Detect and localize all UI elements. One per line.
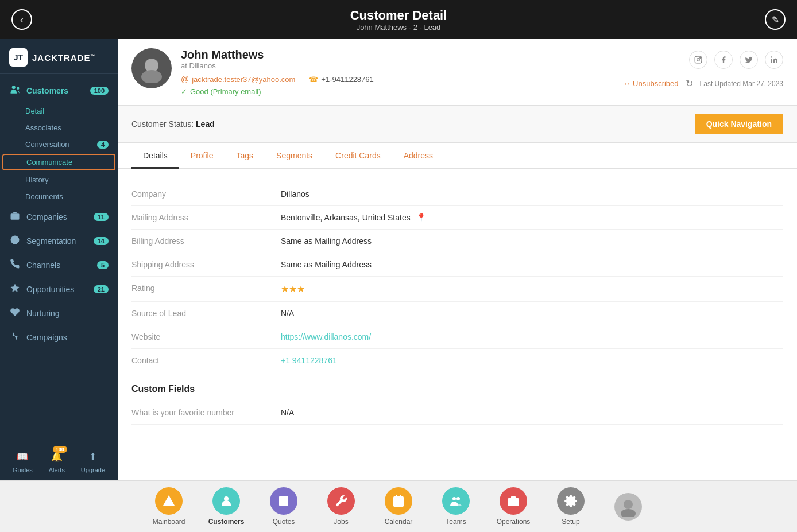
mailing-label: Mailing Address — [131, 213, 281, 222]
page-header: Customer Detail John Matthews - 2 - Lead — [350, 8, 447, 32]
nav-user-avatar[interactable] — [599, 488, 657, 525]
sidebar-item-nurturing[interactable]: Nurturing — [0, 301, 118, 325]
tab-credit-cards[interactable]: Credit Cards — [324, 143, 392, 169]
quick-navigation-button[interactable]: Quick Navigation — [695, 114, 783, 134]
segmentation-badge: 14 — [94, 237, 109, 245]
svg-point-1 — [17, 87, 20, 90]
company-label: Company — [131, 189, 281, 199]
sidebar-item-opportunities[interactable]: Opportunities 21 — [0, 277, 118, 301]
billing-value: Same as Mailing Address — [281, 236, 783, 246]
guides-label: Guides — [13, 467, 33, 473]
unsubscribed-badge[interactable]: ↔ Unsubscribed — [623, 79, 679, 88]
twitter-icon[interactable] — [740, 51, 758, 69]
customer-info: John Matthews at Dillanos @ jacktrade.te… — [181, 48, 614, 96]
sidebar-item-communicate[interactable]: Communicate — [2, 154, 115, 170]
detail-row-billing: Billing Address Same as Mailing Address — [131, 230, 783, 253]
nav-teams[interactable]: Teams — [427, 483, 485, 530]
nav-setup[interactable]: Setup — [542, 483, 599, 530]
svg-rect-19 — [279, 496, 288, 506]
linkedin-icon[interactable] — [765, 51, 783, 69]
svg-rect-28 — [508, 498, 519, 506]
detail-row-company: Company Dillanos — [131, 182, 783, 206]
favorite-number-value: N/A — [281, 408, 783, 417]
tab-segments[interactable]: Segments — [265, 143, 324, 169]
opportunities-badge: 21 — [94, 285, 109, 293]
quotes-label: Quotes — [273, 518, 295, 526]
email-item: @ jacktrade.tester37@yahoo.com — [181, 75, 295, 84]
companies-badge: 11 — [94, 213, 109, 221]
tab-tags[interactable]: Tags — [225, 143, 265, 169]
company-value: Dillanos — [281, 189, 783, 199]
phone-icon: ☎ — [309, 75, 318, 84]
sidebar-nav: Customers 100 Detail Associates Conversa… — [0, 74, 118, 441]
page-subtitle: John Matthews - 2 - Lead — [350, 23, 447, 32]
page-title: Customer Detail — [350, 8, 447, 23]
sidebar: JT JACKTRADE™ Customers 100 Detail Assoc… — [0, 39, 118, 480]
setup-label: Setup — [562, 518, 579, 526]
alerts-button[interactable]: 🔔 100 Alerts — [49, 448, 65, 473]
website-link[interactable]: https://www.dillanos.com/ — [281, 332, 371, 341]
nav-customers[interactable]: Customers — [198, 483, 255, 530]
rating-value: ★★★ — [281, 284, 783, 294]
guides-button[interactable]: 📖 Guides — [13, 448, 33, 473]
tab-address[interactable]: Address — [392, 143, 444, 169]
sidebar-logo: JT JACKTRADE™ — [0, 39, 118, 74]
sidebar-item-customers[interactable]: Customers 100 — [0, 79, 118, 103]
tab-details[interactable]: Details — [131, 143, 179, 169]
mailing-address-text: Bentonville, Arkansas, United States — [281, 213, 411, 222]
svg-point-30 — [624, 500, 633, 509]
sidebar-item-conversation[interactable]: Conversation 4 — [0, 136, 118, 153]
phone-item: ☎ +1-9411228761 — [309, 75, 373, 84]
nav-calendar[interactable]: Calendar — [370, 483, 427, 530]
svg-point-26 — [452, 497, 456, 500]
operations-icon — [500, 487, 527, 515]
sidebar-item-channels[interactable]: Channels 5 — [0, 253, 118, 277]
facebook-icon[interactable] — [714, 51, 733, 69]
svg-marker-17 — [163, 495, 175, 506]
refresh-icon[interactable]: ↻ — [686, 78, 693, 89]
mainboard-icon — [155, 487, 183, 515]
bottom-nav: Mainboard Customers Quotes Jobs Calendar… — [0, 480, 797, 532]
svg-rect-22 — [393, 496, 404, 507]
website-label: Website — [131, 332, 281, 341]
sidebar-item-segmentation[interactable]: Segmentation 14 — [0, 229, 118, 253]
customer-phone: +1-9411228761 — [321, 75, 373, 84]
status-label: Customer Status: — [131, 119, 194, 129]
sidebar-item-campaigns[interactable]: Campaigns — [0, 325, 118, 350]
campaigns-label: Campaigns — [26, 333, 67, 342]
svg-rect-2 — [11, 213, 20, 220]
svg-rect-12 — [695, 56, 702, 63]
sidebar-item-companies[interactable]: Companies 11 — [0, 205, 118, 229]
instagram-icon[interactable] — [689, 51, 707, 69]
nav-jobs[interactable]: Jobs — [312, 483, 370, 530]
tab-profile[interactable]: Profile — [179, 143, 225, 169]
sidebar-item-documents[interactable]: Documents — [0, 188, 118, 205]
channels-icon — [9, 259, 21, 271]
mainboard-label: Mainboard — [153, 518, 185, 526]
email-status-text: Good (Primary email) — [190, 87, 261, 96]
email-status: ✓ Good (Primary email) — [181, 87, 614, 96]
nav-quotes[interactable]: Quotes — [255, 483, 312, 530]
detail-row-contact: Contact +1 9411228761 — [131, 349, 783, 372]
status-bar: Customer Status: Lead Quick Navigation — [118, 106, 797, 143]
map-pin-icon[interactable]: 📍 — [416, 213, 426, 222]
customer-avatar — [131, 48, 172, 88]
channels-badge: 5 — [97, 261, 109, 269]
edit-button[interactable]: ✎ — [765, 9, 786, 30]
customer-email[interactable]: jacktrade.tester37@yahoo.com — [192, 75, 295, 84]
opportunities-label: Opportunities — [26, 285, 74, 294]
detail-row-favorite-number: What is your favorite number N/A — [131, 401, 783, 425]
customer-company: at Dillanos — [181, 61, 614, 70]
sidebar-item-history[interactable]: History — [0, 172, 118, 188]
back-button[interactable]: ‹ — [11, 9, 32, 30]
channels-label: Channels — [26, 261, 60, 270]
nav-operations[interactable]: Operations — [485, 483, 542, 530]
shipping-label: Shipping Address — [131, 260, 281, 269]
sidebar-item-detail[interactable]: Detail — [0, 103, 118, 119]
contact-phone-link[interactable]: +1 9411228761 — [281, 356, 337, 365]
alerts-label: Alerts — [49, 467, 65, 473]
detail-row-source: Source of Lead N/A — [131, 302, 783, 325]
nav-mainboard[interactable]: Mainboard — [140, 483, 198, 530]
sidebar-item-associates[interactable]: Associates — [0, 119, 118, 136]
upgrade-button[interactable]: ⬆ Upgrade — [81, 448, 105, 473]
